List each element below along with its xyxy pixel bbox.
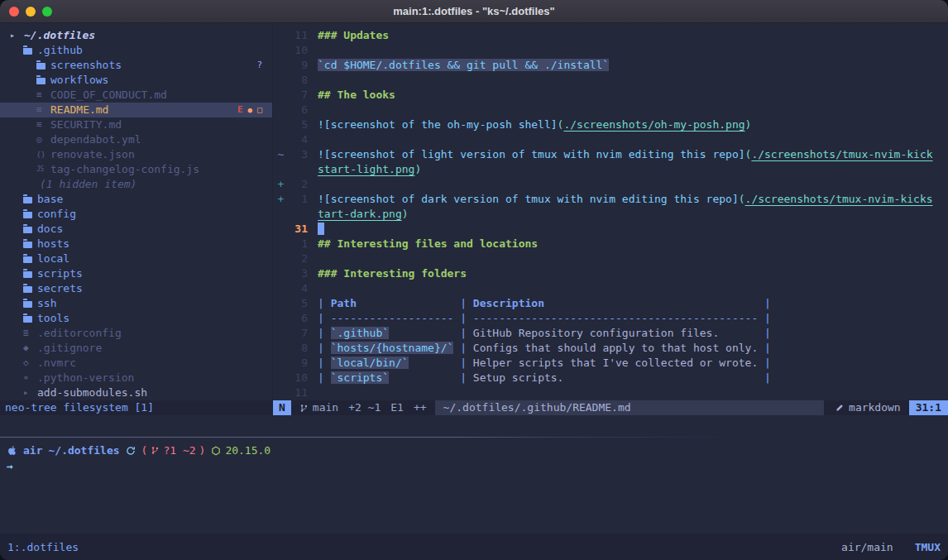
tree-item-scripts[interactable]: scripts	[0, 266, 272, 281]
tree-item-security.md[interactable]: ≡SECURITY.md	[0, 117, 272, 132]
tree-item-hosts[interactable]: hosts	[0, 237, 272, 251]
tree-item-base[interactable]: base	[0, 192, 272, 207]
tree-item-badges: ?	[256, 58, 262, 73]
gitsign-column	[275, 88, 286, 103]
editor-line[interactable]: tart-dark.png)	[273, 207, 948, 222]
tree-item-.python-version[interactable]: ∗.python-version	[0, 371, 272, 385]
tree-item-label: add-submodules.sh	[37, 385, 147, 400]
tree-item-dependabot.yml[interactable]: ◎dependabot.yml	[0, 132, 272, 147]
folder-icon	[23, 251, 37, 266]
tree-item-add-submodules.sh[interactable]: ▸add-submodules.sh	[0, 385, 272, 400]
line-text: ### Interesting folders	[318, 266, 467, 281]
gitsign-column	[275, 356, 286, 371]
tmux-window-tab[interactable]: 1:.dotfiles	[7, 541, 79, 553]
editor-line[interactable]: 8	[273, 73, 948, 88]
editor-line[interactable]: 31	[273, 222, 948, 237]
editor-line[interactable]: +1![screenshot of dark version of tmux w…	[273, 192, 948, 207]
editor-line[interactable]: 4	[273, 281, 948, 296]
editor-line[interactable]: 4	[273, 132, 948, 147]
shell-input-line[interactable]: →	[7, 458, 948, 474]
terminal-pane[interactable]: air ~/.dotfiles ( ?1 ~2 ) 20.15.0 →	[0, 438, 948, 534]
tree-item-tools[interactable]: tools	[0, 311, 272, 326]
untracked-badge: ?	[256, 58, 262, 73]
git-status-open-paren: (	[141, 443, 148, 458]
editor-line[interactable]: 8| `hosts/{hostname}/` | Configs that sh…	[273, 341, 948, 356]
tmux-session-name: air/main	[841, 541, 893, 553]
editor-line[interactable]: start-light.png)	[273, 162, 948, 177]
editor-line[interactable]: 5| Path | Description |	[273, 296, 948, 311]
tree-item-tag-changelog-config.js[interactable]: JStag-changelog-config.js	[0, 162, 272, 177]
editor-line[interactable]: 11	[273, 385, 948, 400]
editor-line[interactable]: 3### Interesting folders	[273, 266, 948, 281]
editor-line[interactable]: 6| ------------------- | ---------------…	[273, 311, 948, 326]
tree-item-label: screenshots	[50, 58, 122, 73]
editor-line[interactable]: 11### Updates	[273, 28, 948, 43]
editor-pane[interactable]: 11### Updates109`cd $HOME/.dotfiles && g…	[273, 23, 948, 400]
git-diff-counts: +2 ~1	[348, 400, 381, 415]
tree-item-label: config	[37, 207, 76, 222]
line-number	[286, 162, 308, 177]
tree-item--1-hidden-item-[interactable]: (1 hidden item)	[0, 177, 272, 192]
tree-item-.github[interactable]: .github	[0, 43, 272, 58]
tree-item-config[interactable]: config	[0, 207, 272, 222]
tree-item-label: .nvmrc	[37, 356, 76, 371]
tree-item-label: .python-version	[37, 371, 134, 385]
folder-icon	[23, 266, 37, 281]
tree-item-.nvmrc[interactable]: ◇.nvmrc	[0, 356, 272, 371]
git-icon: ◆	[23, 341, 37, 356]
tree-item--.dotfiles[interactable]: ▸~/.dotfiles	[0, 28, 272, 43]
editorconfig-icon: ≣	[23, 326, 37, 341]
git-status-close-paren: )	[199, 443, 206, 458]
tree-item-label: scripts	[37, 266, 83, 281]
gitsign-column	[275, 162, 286, 177]
tree-item-secrets[interactable]: secrets	[0, 281, 272, 296]
tree-item-local[interactable]: local	[0, 251, 272, 266]
tree-item-workflows[interactable]: workflows	[0, 73, 272, 88]
editor-line[interactable]: 7## The looks	[273, 88, 948, 103]
editor-line[interactable]: 9`cd $HOME/.dotfiles && git pull && ./in…	[273, 58, 948, 73]
editor-line[interactable]: 6	[273, 103, 948, 117]
editor-line[interactable]: 2	[273, 251, 948, 266]
line-text	[318, 222, 324, 237]
folder-icon	[23, 222, 37, 237]
gitsign-add-icon: +	[275, 192, 286, 207]
gitsign-column	[275, 117, 286, 132]
cursor-position: 31:1	[909, 400, 948, 415]
editor-line[interactable]: 7| `.github` | GitHub Repository configu…	[273, 326, 948, 341]
line-number: 11	[286, 385, 308, 400]
editor-line[interactable]: 9| `local/bin/` | Helper scripts that I'…	[273, 356, 948, 371]
mode-indicator: N	[273, 400, 291, 415]
line-number: 8	[286, 73, 308, 88]
tree-item-code_of_conduct.md[interactable]: ≡CODE_OF_CONDUCT.md	[0, 88, 272, 103]
tree-item-ssh[interactable]: ssh	[0, 296, 272, 311]
line-text: ![screenshot of the oh-my-posh shell](./…	[318, 117, 751, 132]
editor-line[interactable]: ~3![screenshot of light version of tmux …	[273, 147, 948, 162]
line-text: ## The looks	[318, 88, 395, 103]
tree-item-label: renovate.json	[50, 147, 135, 162]
tree-item-renovate.json[interactable]: {}renovate.json	[0, 147, 272, 162]
node-hexagon-icon	[211, 446, 221, 456]
editor-line[interactable]: +2	[273, 177, 948, 192]
editor-line[interactable]: 10| `scripts` | Setup scripts. |	[273, 371, 948, 385]
editor-line[interactable]: 10	[273, 43, 948, 58]
prompt-cwd: ~/.dotfiles	[48, 443, 119, 458]
refresh-icon	[126, 446, 136, 456]
gitsign-column	[275, 43, 286, 58]
current-file-path: ~/.dotfiles/.github/README.md	[435, 400, 824, 415]
prompt-host: air	[23, 443, 42, 458]
tree-item-label: dependabot.yml	[50, 132, 141, 147]
minimize-button[interactable]	[26, 7, 36, 17]
plugin-updates: ++	[414, 400, 427, 415]
close-button[interactable]	[9, 7, 19, 17]
editor-line[interactable]: 5![screenshot of the oh-my-posh shell](.…	[273, 117, 948, 132]
gitsign-column	[275, 281, 286, 296]
tree-item-label: SECURITY.md	[50, 117, 122, 132]
tree-item-readme.md[interactable]: ≡README.mdE●□	[0, 103, 272, 117]
tree-item-.editorconfig[interactable]: ≣.editorconfig	[0, 326, 272, 341]
line-number: 3	[286, 266, 308, 281]
editor-line[interactable]: 1## Interesting files and locations	[273, 237, 948, 251]
zoom-button[interactable]	[42, 7, 52, 17]
tree-item-.gitignore[interactable]: ◆.gitignore	[0, 341, 272, 356]
tree-item-screenshots[interactable]: screenshots?	[0, 58, 272, 73]
tree-item-docs[interactable]: docs	[0, 222, 272, 237]
